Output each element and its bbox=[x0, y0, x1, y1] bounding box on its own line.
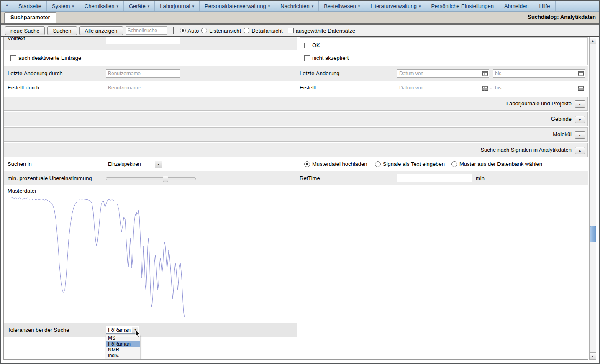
letzte-aenderung-von-input[interactable] bbox=[397, 69, 489, 78]
dropdown-option-nmr[interactable]: NMR bbox=[106, 347, 140, 353]
menu-item-hilfe[interactable]: Hilfe bbox=[534, 1, 556, 11]
letzte-aenderung-von-field bbox=[397, 69, 489, 78]
tab-suchparameter[interactable]: Suchparameter bbox=[4, 12, 56, 23]
pattern-source-datenbank[interactable]: Muster aus der Datenbank wählen bbox=[451, 161, 542, 167]
chevron-down-icon: ▾ bbox=[116, 4, 118, 8]
chevron-down-icon: ▾ bbox=[358, 4, 360, 8]
quicksearch-input[interactable] bbox=[126, 26, 167, 35]
chevron-down-icon: ▾ bbox=[312, 4, 314, 8]
expand-section-icon[interactable]: ▼ bbox=[575, 131, 585, 139]
status-option-nicht-akzeptiert[interactable]: nicht akzeptiert bbox=[304, 55, 349, 61]
toolbar-divider bbox=[173, 27, 174, 34]
toleranzen-select[interactable]: IR/Raman ▼ bbox=[106, 326, 139, 334]
alle-anzeigen-button[interactable]: Alle anzeigen bbox=[79, 26, 123, 35]
menu-item-startseite[interactable]: Startseite bbox=[13, 1, 47, 11]
erstellt-durch-input[interactable] bbox=[106, 84, 180, 92]
pattern-source-musterdatei[interactable]: Musterdatei hochladen bbox=[304, 161, 367, 167]
checkbox-icon bbox=[10, 55, 16, 61]
erstellt-von-input[interactable] bbox=[397, 84, 489, 92]
view-option-detailansicht[interactable]: Detailansicht bbox=[244, 28, 282, 34]
calendar-icon[interactable] bbox=[578, 85, 584, 90]
menu-item-persoenliche-einstellungen[interactable]: Persönliche Einstellungen bbox=[426, 1, 499, 11]
form-row-volltext: Volltext bbox=[4, 37, 297, 50]
chevron-down-icon: ▾ bbox=[192, 4, 195, 8]
erstellt-von-field bbox=[397, 84, 489, 92]
checkbox-icon bbox=[304, 55, 310, 61]
section-laborjournale-und-projekte[interactable]: Laborjournale und Projekte ▼ bbox=[4, 97, 588, 111]
spectrum-line bbox=[11, 197, 185, 317]
menu-item-laborjournal[interactable]: Laborjournal▾ bbox=[155, 1, 200, 11]
letzte-aenderung-bis-input[interactable] bbox=[493, 69, 585, 78]
erstellt-bis-input[interactable] bbox=[493, 84, 585, 92]
form-row-letzte-aenderung: Letzte Änderung durch Letzte Änderung - bbox=[4, 66, 588, 81]
form-row-erstellt: Erstellt durch Erstellt - bbox=[4, 81, 588, 95]
date-separator: - bbox=[490, 84, 492, 91]
menu-item-literaturverwaltung[interactable]: Literaturverwaltung▾ bbox=[365, 1, 426, 11]
expand-section-icon[interactable]: ▼ bbox=[575, 100, 585, 108]
checkbox-icon bbox=[288, 28, 294, 33]
collapse-section-icon[interactable]: ▲ bbox=[575, 147, 585, 154]
menu-item-system[interactable]: System▾ bbox=[47, 1, 79, 11]
vertical-scrollbar[interactable]: ▲ ▼ bbox=[589, 37, 596, 360]
menu-item-asterisk[interactable]: * bbox=[1, 1, 13, 11]
calendar-icon[interactable] bbox=[482, 71, 488, 76]
menu-item-nachrichten[interactable]: Nachrichten▾ bbox=[275, 1, 319, 11]
deactivated-entries-option[interactable]: auch deaktivierte Einträge bbox=[10, 55, 81, 61]
status-filter-box: OK nicht akzeptiert bbox=[300, 37, 588, 65]
row-suchen-in: Suchen in Einzelspektren ▼ Musterdatei h… bbox=[4, 157, 588, 171]
suchen-in-select[interactable]: Einzelspektren ▼ bbox=[106, 160, 162, 168]
rettime-label: RetTime bbox=[300, 175, 320, 181]
radio-icon bbox=[244, 28, 249, 33]
erstellt-label: Erstellt bbox=[300, 84, 316, 91]
radio-icon bbox=[451, 161, 457, 167]
date-separator: - bbox=[490, 70, 492, 76]
row-musterdatei: Musterdatei bbox=[4, 185, 588, 195]
radio-icon bbox=[180, 28, 186, 33]
expand-section-icon[interactable]: ▼ bbox=[575, 116, 585, 123]
menu-item-bestellwesen[interactable]: Bestellwesen▾ bbox=[319, 1, 365, 11]
chevron-down-icon: ▾ bbox=[419, 4, 421, 8]
letzte-aenderung-durch-label: Letzte Änderung durch bbox=[8, 70, 63, 76]
status-option-ok[interactable]: OK bbox=[304, 42, 320, 48]
scroll-down-icon[interactable]: ▼ bbox=[590, 352, 596, 359]
view-option-auto[interactable]: Auto bbox=[180, 28, 199, 34]
dialog-title: Suchdialog: Analytikdaten bbox=[528, 12, 596, 23]
rettime-unit-label: min bbox=[476, 175, 485, 181]
menu-item-geraete[interactable]: Geräte▾ bbox=[124, 1, 155, 11]
chevron-down-icon: ▾ bbox=[148, 4, 150, 8]
volltext-label: Volltext bbox=[8, 37, 25, 41]
mouse-cursor bbox=[135, 330, 141, 340]
dropdown-option-ir-raman[interactable]: IR/Raman bbox=[106, 341, 140, 347]
search-toolbar: neue Suche Suchen Alle anzeigen Auto Lis… bbox=[1, 25, 600, 37]
pattern-source-text[interactable]: Signale als Text eingeben bbox=[375, 161, 445, 167]
suchen-button[interactable]: Suchen bbox=[47, 26, 77, 35]
volltext-input[interactable] bbox=[106, 37, 180, 44]
scrollbar-thumb[interactable] bbox=[590, 226, 596, 242]
radio-icon bbox=[375, 161, 381, 167]
row-match-percentage: min. prozentuale Übereinstimmung RetTime… bbox=[4, 171, 588, 185]
menu-item-abmelden[interactable]: Abmelden bbox=[499, 1, 534, 11]
rettime-input[interactable] bbox=[397, 174, 472, 182]
match-slider[interactable] bbox=[106, 177, 196, 180]
menu-item-personaldatenverwaltung[interactable]: Personaldatenverwaltung▾ bbox=[200, 1, 275, 11]
section-suche-nach-signalen[interactable]: Suche nach Signalen in Analytikdaten ▲ bbox=[4, 143, 588, 157]
section-molekuel[interactable]: Molekül ▼ bbox=[4, 127, 588, 142]
selected-records-option[interactable]: ausgewählte Datensätze bbox=[288, 28, 355, 34]
dropdown-option-indiv[interactable]: indiv. bbox=[106, 353, 140, 359]
scroll-up-icon[interactable]: ▲ bbox=[590, 37, 596, 44]
calendar-icon[interactable] bbox=[578, 71, 584, 76]
letzte-aenderung-durch-input[interactable] bbox=[106, 69, 180, 78]
view-option-listenansicht[interactable]: Listenansicht bbox=[201, 28, 241, 34]
radio-icon bbox=[201, 28, 207, 33]
menu-item-chemikalien[interactable]: Chemikalien▾ bbox=[79, 1, 124, 11]
neue-suche-button[interactable]: neue Suche bbox=[5, 26, 45, 35]
radio-icon bbox=[304, 161, 310, 167]
calendar-icon[interactable] bbox=[482, 85, 488, 90]
match-slider-thumb[interactable] bbox=[163, 176, 168, 182]
section-gebinde[interactable]: Gebinde ▼ bbox=[4, 112, 588, 126]
main-menubar: * Startseite System▾ Chemikalien▾ Geräte… bbox=[1, 1, 599, 12]
application-window: * Startseite System▾ Chemikalien▾ Geräte… bbox=[0, 0, 600, 364]
dropdown-option-ms[interactable]: MS bbox=[106, 335, 140, 341]
letzte-aenderung-bis-field bbox=[493, 69, 585, 78]
search-parameters-panel: Volltext OK nicht akzeptiert auch deakti… bbox=[3, 37, 588, 360]
